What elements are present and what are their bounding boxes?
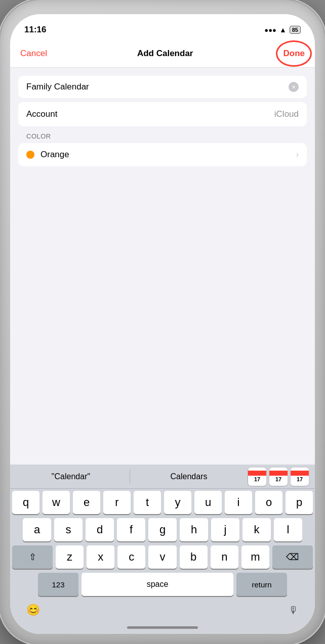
predictive-item-2[interactable]: Calendars <box>130 468 248 485</box>
predictive-bar: "Calendar" Calendars 17 17 17 <box>10 465 315 489</box>
status-icons: ●●● ▲ 85 <box>264 26 301 34</box>
key-b[interactable]: b <box>180 545 208 569</box>
wifi-icon: ▲ <box>279 26 287 34</box>
cal-icon-header-2 <box>269 471 288 476</box>
battery-indicator: 85 <box>290 26 301 34</box>
keyboard-area: "Calendar" Calendars 17 17 17 <box>10 465 315 634</box>
home-indicator <box>127 626 198 629</box>
key-m[interactable]: m <box>241 545 269 569</box>
key-w[interactable]: w <box>43 491 70 514</box>
emoji-key[interactable]: 😊 <box>26 604 40 617</box>
shift-key[interactable]: ⇧ <box>12 545 53 569</box>
key-row-3: ⇧ z x c v b n m ⌫ <box>12 545 313 569</box>
key-u[interactable]: u <box>194 491 222 514</box>
phone-shell: 11:16 ●●● ▲ 85 Cancel Add Calendar Done <box>0 0 325 644</box>
bottom-bar: 😊 🎙 <box>10 598 315 626</box>
calendar-name-section <box>18 76 307 98</box>
color-label: Orange <box>40 150 69 160</box>
cal-icon-body-1: 17 <box>254 476 260 482</box>
cal-icon-header-3 <box>291 471 309 476</box>
clear-input-button[interactable] <box>289 82 299 92</box>
nav-title: Add Calendar <box>137 49 193 59</box>
backspace-key[interactable]: ⌫ <box>272 545 313 569</box>
calendar-icon-2[interactable]: 17 <box>269 468 288 486</box>
calendar-icon-1[interactable]: 17 <box>248 468 266 486</box>
key-row-4: 123 space return <box>12 573 313 596</box>
key-k[interactable]: k <box>242 518 271 541</box>
key-t[interactable]: t <box>134 491 161 514</box>
done-button[interactable]: Done <box>283 49 305 58</box>
chevron-right-icon: › <box>296 150 299 159</box>
predictive-calendar-icons: 17 17 17 <box>248 468 313 486</box>
cal-icon-body-3: 17 <box>297 476 303 482</box>
key-y[interactable]: y <box>164 491 191 514</box>
battery-level: 85 <box>292 27 298 33</box>
cal-icon-header-1 <box>248 471 266 476</box>
key-s[interactable]: s <box>54 518 83 541</box>
key-g[interactable]: g <box>148 518 177 541</box>
key-r[interactable]: r <box>103 491 131 514</box>
key-h[interactable]: h <box>180 518 208 541</box>
status-time: 11:16 <box>24 25 46 35</box>
key-f[interactable]: f <box>117 518 145 541</box>
key-c[interactable]: c <box>117 545 145 569</box>
done-button-wrapper: Done <box>283 49 305 59</box>
color-left: Orange <box>26 150 69 160</box>
space-key[interactable]: space <box>82 573 233 596</box>
key-q[interactable]: q <box>12 491 39 514</box>
account-section: Account iCloud <box>18 102 307 126</box>
key-o[interactable]: o <box>255 491 282 514</box>
key-n[interactable]: n <box>211 545 238 569</box>
mic-key[interactable]: 🎙 <box>289 605 299 616</box>
signal-icon: ●●● <box>264 26 276 34</box>
form-area: Account iCloud COLOR Orange › <box>10 68 315 178</box>
color-row[interactable]: Orange › <box>18 143 307 166</box>
key-e[interactable]: e <box>73 491 100 514</box>
cancel-button[interactable]: Cancel <box>20 49 47 59</box>
key-d[interactable]: d <box>86 518 114 541</box>
key-x[interactable]: x <box>87 545 114 569</box>
return-key[interactable]: return <box>236 573 287 596</box>
key-row-1: q w e r t y u i o p <box>12 491 313 514</box>
key-j[interactable]: j <box>211 518 239 541</box>
account-label: Account <box>26 109 57 119</box>
predictive-item-1[interactable]: "Calendar" <box>12 468 130 485</box>
key-p[interactable]: p <box>286 491 313 514</box>
calendar-name-row <box>18 76 307 98</box>
color-section-header: COLOR <box>10 130 315 143</box>
calendar-icon-3[interactable]: 17 <box>291 468 309 486</box>
color-section: COLOR Orange › <box>10 130 315 166</box>
keyboard-rows: q w e r t y u i o p a s d f g <box>10 489 315 598</box>
key-v[interactable]: v <box>148 545 176 569</box>
key-z[interactable]: z <box>56 545 84 569</box>
color-picker-section: Orange › <box>18 143 307 166</box>
account-row[interactable]: Account iCloud <box>18 102 307 126</box>
key-row-2: a s d f g h j k l <box>12 518 313 541</box>
cal-icon-body-2: 17 <box>275 476 281 482</box>
key-a[interactable]: a <box>23 518 51 541</box>
color-dot <box>26 151 34 159</box>
key-i[interactable]: i <box>225 491 252 514</box>
numbers-key[interactable]: 123 <box>38 573 78 596</box>
account-value: iCloud <box>274 109 299 119</box>
phone-screen: 11:16 ●●● ▲ 85 Cancel Add Calendar Done <box>10 14 315 634</box>
status-bar: 11:16 ●●● ▲ 85 <box>10 14 315 39</box>
key-l[interactable]: l <box>274 518 302 541</box>
nav-bar: Cancel Add Calendar Done <box>10 39 315 68</box>
calendar-name-input[interactable] <box>26 82 289 92</box>
